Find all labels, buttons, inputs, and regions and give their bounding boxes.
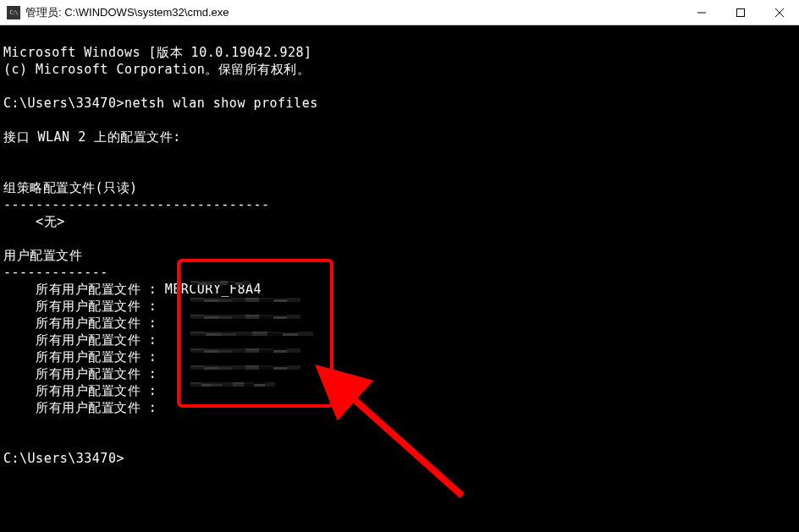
redaction-mask (190, 281, 250, 296)
separator-line: ------------- (3, 265, 108, 280)
redaction-mask (190, 332, 313, 347)
maximize-button[interactable] (721, 0, 760, 25)
close-button[interactable] (760, 0, 799, 25)
svg-rect-1 (737, 9, 745, 17)
window-titlebar: C:\ 管理员: C:\WINDOWS\system32\cmd.exe (0, 0, 799, 25)
profile-row: 所有用户配置文件 : (3, 315, 165, 331)
window-title: 管理员: C:\WINDOWS\system32\cmd.exe (25, 5, 229, 20)
group-policy-header: 组策略配置文件(只读) (3, 180, 138, 195)
interface-header: 接口 WLAN 2 上的配置文件: (3, 129, 181, 145)
terminal-output[interactable]: Microsoft Windows [版本 10.0.19042.928] (c… (0, 25, 799, 469)
copyright-line: (c) Microsoft Corporation。保留所有权利。 (3, 62, 310, 77)
minimize-button[interactable] (682, 0, 721, 25)
profile-row: 所有用户配置文件 : (3, 400, 165, 415)
command-text: netsh wlan show profiles (124, 96, 318, 111)
separator-line: --------------------------------- (3, 197, 270, 212)
redaction-mask (190, 365, 300, 381)
profile-row: 所有用户配置文件 : (3, 366, 165, 381)
redaction-mask (190, 382, 275, 398)
prompt: C:\Users\33470> (3, 96, 124, 111)
redaction-mask (190, 315, 300, 330)
window-controls (682, 0, 799, 25)
none-value: <无> (3, 214, 65, 229)
version-line: Microsoft Windows [版本 10.0.19042.928] (3, 45, 312, 60)
profile-row: 所有用户配置文件 : (3, 332, 165, 348)
profile-row: 所有用户配置文件 : (3, 299, 165, 314)
user-profiles-header: 用户配置文件 (3, 248, 82, 263)
prompt: C:\Users\33470> (3, 451, 124, 466)
cmd-icon: C:\ (7, 6, 20, 19)
profile-row: 所有用户配置文件 : (3, 349, 165, 365)
redaction-mask (190, 348, 300, 364)
redaction-mask (190, 298, 300, 313)
profile-row: 所有用户配置文件 : (3, 383, 165, 398)
